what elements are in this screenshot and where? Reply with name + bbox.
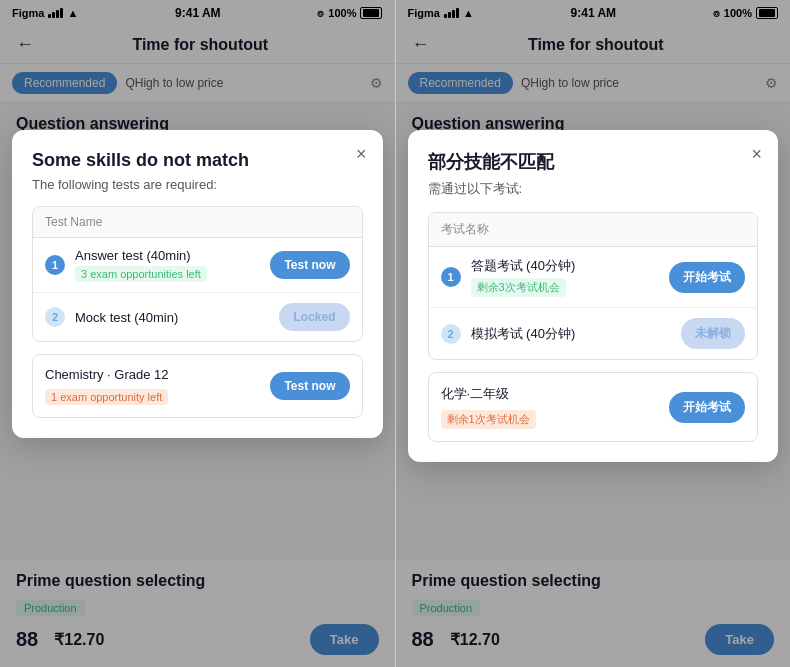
test-number-2: 2 <box>45 307 65 327</box>
test-name-1: Answer test (40min) <box>75 248 260 263</box>
test-action-button-2[interactable]: 未解锁 <box>681 318 745 349</box>
subject-name: 化学·二年级 <box>441 385 660 403</box>
test-table: 考试名称 1 答题考试 (40分钟) 剩余3次考试机会 开始考试 2 <box>428 212 759 360</box>
subject-card: Chemistry · Grade 12 1 exam opportunity … <box>32 354 363 418</box>
test-name-2: Mock test (40min) <box>75 310 269 325</box>
modal-subtitle: 需通过以下考试: <box>428 180 759 198</box>
subject-badge: 剩余1次考试机会 <box>441 410 536 429</box>
test-row-2: 2 模拟考试 (40分钟) 未解锁 <box>429 307 758 359</box>
test-number-2: 2 <box>441 324 461 344</box>
table-header: 考试名称 <box>429 213 758 247</box>
modal-close-button[interactable]: × <box>751 144 762 165</box>
modal-dialog: × Some skills do not match The following… <box>12 130 383 438</box>
test-table: Test Name 1 Answer test (40min) 3 exam o… <box>32 206 363 342</box>
modal-close-button[interactable]: × <box>356 144 367 165</box>
test-row-1: 1 Answer test (40min) 3 exam opportuniti… <box>33 238 362 292</box>
subject-action-button[interactable]: 开始考试 <box>669 392 745 423</box>
modal-subtitle: The following tests are required: <box>32 177 363 192</box>
subject-card: 化学·二年级 剩余1次考试机会 开始考试 <box>428 372 759 442</box>
test-row-1: 1 答题考试 (40分钟) 剩余3次考试机会 开始考试 <box>429 247 758 307</box>
test-number-1: 1 <box>441 267 461 287</box>
table-header: Test Name <box>33 207 362 238</box>
test-action-button-2[interactable]: Locked <box>279 303 349 331</box>
test-row-2: 2 Mock test (40min) Locked <box>33 292 362 341</box>
panel-english: Figma ▲ 9:41 AM ⌾ 100% ← Time for s <box>0 0 395 667</box>
test-number-1: 1 <box>45 255 65 275</box>
test-action-button-1[interactable]: 开始考试 <box>669 262 745 293</box>
test-info-2: Mock test (40min) <box>75 310 269 325</box>
modal-title: 部分技能不匹配 <box>428 150 759 174</box>
subject-info: Chemistry · Grade 12 1 exam opportunity … <box>45 367 260 405</box>
subject-badge: 1 exam opportunity left <box>45 389 168 405</box>
subject-action-button[interactable]: Test now <box>270 372 349 400</box>
modal-title: Some skills do not match <box>32 150 363 171</box>
panel-chinese: Figma ▲ 9:41 AM ⌾ 100% ← Time for s <box>396 0 791 667</box>
test-name-1: 答题考试 (40分钟) <box>471 257 660 275</box>
test-info-1: 答题考试 (40分钟) 剩余3次考试机会 <box>471 257 660 297</box>
test-info-1: Answer test (40min) 3 exam opportunities… <box>75 248 260 282</box>
test-badge-1: 剩余3次考试机会 <box>471 278 566 297</box>
test-info-2: 模拟考试 (40分钟) <box>471 325 672 343</box>
test-action-button-1[interactable]: Test now <box>270 251 349 279</box>
subject-name: Chemistry · Grade 12 <box>45 367 260 382</box>
test-name-2: 模拟考试 (40分钟) <box>471 325 672 343</box>
test-badge-1: 3 exam opportunities left <box>75 266 207 282</box>
subject-info: 化学·二年级 剩余1次考试机会 <box>441 385 660 429</box>
modal-dialog: × 部分技能不匹配 需通过以下考试: 考试名称 1 答题考试 (40分钟) 剩余… <box>408 130 779 462</box>
